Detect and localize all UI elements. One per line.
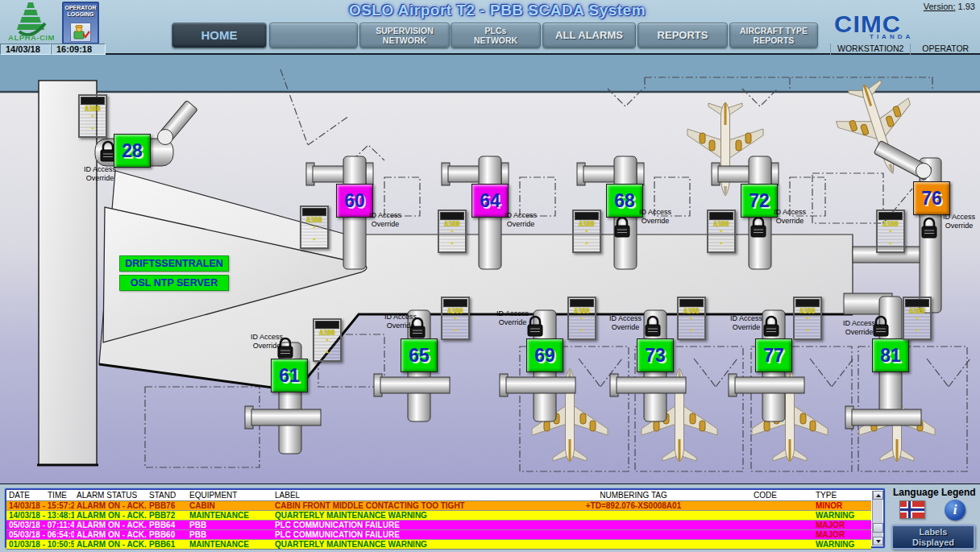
alarm-code — [751, 511, 813, 521]
alarm-row[interactable]: 14/03/18 - 15:57:21 ALARM ON - ACK. PBB7… — [6, 501, 871, 511]
panel-display — [443, 299, 467, 307]
alarm-equipment: CABIN — [187, 501, 272, 511]
driftssentralen-label: DRIFTSSENTRALEN — [119, 255, 229, 272]
panel-arrow-icon: ▲ — [439, 240, 465, 245]
alarm-table: DATE TIME ALARM STATUS STAND EQUIPMENT L… — [6, 490, 871, 550]
alarm-numbering-tag — [516, 521, 751, 530]
panel-aircraft-type: A380 — [795, 308, 820, 315]
norwegian-flag-icon[interactable] — [899, 500, 925, 519]
alarm-row[interactable]: 01/03/18 - 10:50:57 ALARM ON - ACK. PBB6… — [6, 540, 871, 550]
panel-display — [575, 212, 599, 220]
panel-display — [440, 212, 464, 220]
scada-screen: ALPHA-CIM OPERATOR LOGGING 14/03/18 16:0… — [0, 0, 980, 552]
id-access-label-81: ID Access Override — [837, 319, 882, 336]
panel-display — [679, 299, 704, 307]
alarm-stand: PBB61 — [147, 540, 187, 550]
panel-arrow-icon: ▲ — [574, 240, 600, 245]
alarm-row[interactable]: 05/03/18 - 07:11:46 ALARM ON - ACK. PBB6… — [6, 521, 871, 530]
gate-28[interactable]: 28 — [114, 134, 151, 168]
panel-arrow-icon: ▲ — [708, 240, 734, 245]
tab-all-alarms[interactable]: ALL ALARMS — [542, 23, 636, 48]
alarm-stand: PBB76 — [147, 501, 187, 511]
docking-panel-81: A380▲▲ — [903, 297, 932, 340]
tab-supervision-network[interactable]: SUPERVISION NETWORK — [359, 23, 450, 48]
panel-display — [570, 299, 594, 307]
time-display: 16:09:18 — [51, 44, 106, 55]
panel-arrow-icon: ▲ — [569, 315, 595, 320]
workstation-bar: WORKSTATION2 OPERATOR — [830, 44, 980, 55]
alarm-stand: PBB60 — [147, 530, 187, 540]
id-access-label-64: ID Access Override — [498, 211, 543, 228]
panel-arrow-icon: ▲ — [314, 349, 340, 354]
alarm-row[interactable]: 05/03/18 - 06:54:01 ALARM ON - ACK. PBB6… — [6, 530, 871, 540]
alarm-datetime: 14/03/18 - 15:57:21 — [6, 501, 74, 511]
alarm-stand: PBB64 — [147, 521, 187, 530]
id-access-label-77: ID Access Override — [724, 314, 769, 331]
col-equipment: EQUIPMENT — [187, 490, 272, 501]
alarm-type: WARNING — [813, 540, 871, 550]
panel-aircraft-type: A380 — [904, 308, 930, 315]
panel-aircraft-type: A380 — [301, 217, 327, 224]
gate-76[interactable]: 76 — [913, 181, 950, 215]
panel-arrow-icon: ▲ — [314, 337, 340, 342]
date-display: 14/03/18 — [0, 44, 51, 55]
panel-aircraft-type: A380 — [708, 221, 734, 228]
gate-65[interactable]: 65 — [401, 338, 438, 372]
cimc-logo: CIMC TIANDA — [834, 10, 939, 42]
tab-plcs-network[interactable]: PLCs NETWORK — [451, 23, 541, 48]
id-access-label-76: ID Access Override — [936, 213, 980, 230]
tab-aircraft-type-reports[interactable]: AIRCRAFT TYPE REPORTS — [729, 23, 818, 48]
docking-panel-72: A380▲▲ — [707, 210, 736, 253]
gate-77[interactable]: 77 — [755, 338, 792, 372]
docking-panel-73: A380▲▲ — [677, 297, 706, 340]
taxiway-band — [0, 55, 980, 91]
col-label: LABEL — [272, 490, 516, 501]
panel-arrow-icon: ▲ — [878, 228, 903, 233]
gate-61[interactable]: 61 — [271, 359, 308, 392]
scroll-down-button[interactable] — [873, 537, 883, 546]
workstation-name: WORKSTATION2 — [830, 44, 910, 55]
panel-display — [315, 321, 339, 329]
panel-display — [302, 208, 326, 216]
scroll-thumb[interactable] — [873, 523, 883, 533]
gate-81[interactable]: 81 — [872, 338, 909, 372]
alarm-scrollbar[interactable] — [872, 491, 882, 546]
osl-ntp-server-label: OSL NTP SERVER — [119, 275, 229, 291]
alarm-label: QUARTERLY MAINTENANCE WARNING — [272, 540, 516, 550]
tab-home[interactable]: HOME — [172, 23, 267, 48]
panel-arrow-icon: ▲ — [679, 315, 704, 320]
panel-aircraft-type: A380 — [439, 221, 465, 228]
legend-info-icon[interactable]: i — [945, 500, 965, 521]
docking-panel-64: A380▲▲ — [438, 210, 467, 253]
gate-69[interactable]: 69 — [526, 338, 563, 372]
labels-displayed-button[interactable]: Labels Displayed — [891, 525, 975, 550]
docking-panel-69: A380▲▲ — [567, 297, 596, 340]
panel-aircraft-type: A380 — [679, 308, 704, 315]
tab-blank[interactable] — [269, 23, 358, 48]
operator-logging-button[interactable]: OPERATOR LOGGING — [62, 2, 99, 44]
id-access-label-28: ID Access Override — [77, 165, 122, 182]
alarm-numbering-tag — [516, 511, 751, 521]
alarm-equipment: PBB — [187, 521, 272, 530]
docking-panel-68: A380▲▲ — [572, 210, 601, 253]
id-access-label-72: ID Access Override — [767, 208, 812, 225]
col-date: DATE — [6, 490, 45, 501]
panel-aircraft-type: A380 — [80, 106, 106, 113]
cimc-logo-subtext: TIANDA — [870, 33, 913, 40]
alarm-type: MINOR — [813, 501, 871, 511]
gate-73[interactable]: 73 — [637, 338, 674, 372]
panel-arrow-icon: ▲ — [795, 315, 820, 320]
scroll-up-button[interactable] — [873, 491, 883, 500]
panel-aircraft-type: A380 — [574, 221, 600, 228]
col-type: TYPE — [813, 490, 871, 501]
alarm-datetime: 05/03/18 - 06:54:01 — [6, 530, 74, 540]
id-access-label-65: ID Access Override — [378, 313, 423, 330]
panel-arrow-icon: ▲ — [679, 327, 704, 332]
alarm-row[interactable]: 14/03/18 - 13:48:19 ALARM ON - ACK. PBB7… — [6, 511, 871, 521]
tab-reports[interactable]: REPORTS — [637, 23, 728, 48]
panel-arrow-icon: ▲ — [569, 327, 595, 332]
panel-arrow-icon: ▲ — [80, 113, 106, 118]
alarm-equipment: PBB — [187, 530, 272, 540]
col-time: TIME — [45, 490, 74, 501]
alarm-datetime: 05/03/18 - 07:11:46 — [6, 521, 74, 530]
